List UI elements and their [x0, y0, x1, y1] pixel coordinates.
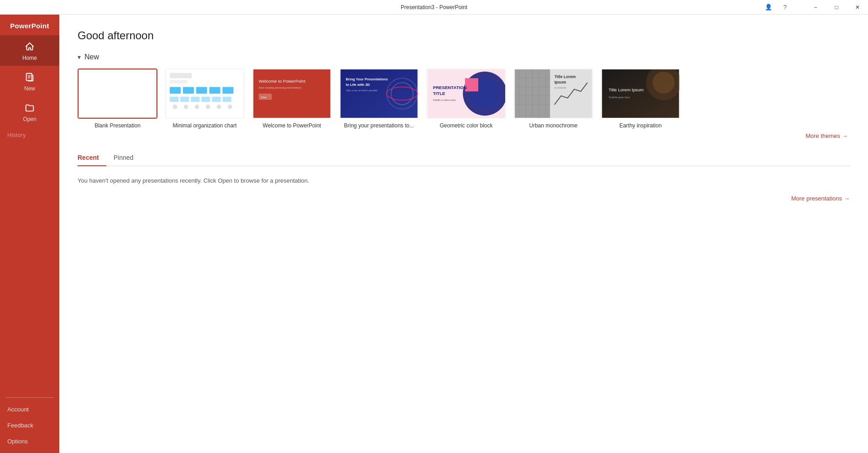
template-earthy[interactable]: Title Lorem Ipsum Subtitle goes here Ear…	[601, 68, 680, 129]
svg-rect-14	[223, 97, 231, 102]
welcome-svg: Welcome to PowerPoint Start creating ama…	[253, 69, 331, 118]
svg-point-16	[184, 105, 188, 109]
sidebar-divider	[5, 397, 54, 398]
bring-3d-label: Bring your presentations to...	[344, 122, 414, 129]
svg-rect-5	[183, 87, 194, 94]
geo-color-label: Geometric color block	[439, 122, 492, 129]
tab-recent[interactable]: Recent	[78, 150, 106, 166]
app-logo: PowerPoint	[0, 15, 59, 35]
title-bar: Presentation3 - PowerPoint 👤 ? − □ ✕	[0, 0, 868, 15]
svg-rect-36	[465, 78, 478, 91]
svg-rect-12	[201, 97, 210, 102]
more-presentations-label: More presentations	[791, 195, 842, 202]
blank-label: Blank Presentation	[94, 122, 141, 129]
template-org-chart[interactable]: Minimal organization chart	[165, 68, 245, 129]
svg-rect-6	[196, 87, 207, 94]
svg-text:Subtitle goes here: Subtitle goes here	[609, 96, 630, 99]
template-grid: Blank Presentation	[78, 68, 850, 129]
sidebar-open-label: Open	[23, 116, 36, 122]
new-section-header: ▾ New	[78, 53, 850, 61]
template-bring-3d[interactable]: Bring Your Presentations to Life with 3D…	[339, 68, 419, 129]
welcome-thumbnail: Welcome to PowerPoint Start creating ama…	[252, 68, 332, 119]
svg-point-18	[206, 105, 210, 109]
earthy-label: Earthy inspiration	[619, 122, 662, 129]
earthy-thumbnail: Title Lorem Ipsum Subtitle goes here	[601, 68, 680, 119]
urban-mono-svg: Title Lorem Ipsum at social.net	[514, 69, 592, 118]
geo-color-svg: PRESENTATION TITLE Subtitle or author na…	[427, 69, 505, 118]
svg-point-19	[217, 105, 221, 109]
template-blank[interactable]: Blank Presentation	[78, 68, 157, 129]
more-presentations-arrow-icon: →	[844, 195, 850, 202]
svg-text:Take a tour of what's possible: Take a tour of what's possible	[346, 89, 377, 92]
svg-rect-11	[191, 97, 199, 102]
svg-rect-8	[223, 87, 234, 94]
svg-rect-9	[170, 97, 178, 102]
svg-text:Ipsum: Ipsum	[554, 80, 566, 84]
svg-text:to Life with 3D: to Life with 3D	[346, 83, 370, 87]
sidebar-bottom: Account Feedback Options	[0, 401, 59, 453]
title-bar-text: Presentation3 - PowerPoint	[401, 4, 467, 11]
urban-mono-thumbnail: Title Lorem Ipsum at social.net	[513, 68, 593, 119]
more-themes-arrow-icon: →	[842, 132, 848, 139]
sidebar-home-label: Home	[22, 55, 37, 61]
svg-rect-2	[170, 73, 192, 79]
sidebar-item-open[interactable]: Open	[0, 96, 59, 127]
more-presentations-row: More presentations →	[78, 195, 850, 202]
tab-pinned[interactable]: Pinned	[106, 150, 141, 166]
title-bar-controls: − □ ✕	[805, 0, 868, 14]
svg-point-17	[195, 105, 199, 109]
main-content: Good afternoon ▾ New Blank Presentation	[59, 15, 868, 453]
template-urban-mono[interactable]: Title Lorem Ipsum at social.net Urban mo…	[513, 68, 593, 129]
title-bar-icons: 👤 ?	[762, 0, 795, 14]
svg-point-20	[228, 105, 232, 109]
svg-text:Title Lorem Ipsum: Title Lorem Ipsum	[609, 87, 644, 92]
collapse-new-button[interactable]: ▾	[78, 53, 81, 61]
sidebar: PowerPoint Home	[0, 15, 59, 453]
recent-tabs-row: Recent Pinned	[78, 150, 850, 166]
sidebar-item-account[interactable]: Account	[0, 401, 59, 417]
svg-text:at social.net: at social.net	[554, 87, 566, 89]
more-themes-link[interactable]: More themes →	[805, 132, 848, 139]
svg-point-56	[653, 72, 675, 94]
urban-mono-label: Urban monochrome	[529, 122, 577, 129]
user-icon[interactable]: 👤	[762, 1, 775, 14]
sidebar-new-label: New	[24, 85, 35, 92]
help-icon[interactable]: ?	[779, 1, 791, 14]
svg-text:Start: Start	[261, 96, 267, 99]
template-welcome[interactable]: Welcome to PowerPoint Start creating ama…	[252, 68, 332, 129]
org-chart-svg	[166, 69, 244, 118]
welcome-label: Welcome to PowerPoint	[263, 122, 321, 129]
new-icon	[25, 72, 35, 84]
org-chart-label: Minimal organization chart	[173, 122, 236, 129]
svg-rect-7	[209, 87, 220, 94]
sidebar-item-history: History	[0, 127, 59, 143]
svg-text:Welcome to PowerPoint: Welcome to PowerPoint	[259, 79, 306, 84]
sidebar-item-home[interactable]: Home	[0, 35, 59, 66]
more-themes-row: More themes →	[78, 132, 850, 139]
org-chart-thumbnail	[165, 68, 245, 119]
sidebar-nav: Home New Open	[0, 35, 59, 394]
svg-text:TITLE: TITLE	[433, 91, 445, 96]
app-body: PowerPoint Home	[0, 15, 868, 453]
more-presentations-link[interactable]: More presentations →	[791, 195, 850, 202]
svg-text:Title Lorem: Title Lorem	[554, 74, 576, 79]
earthy-svg: Title Lorem Ipsum Subtitle goes here	[601, 69, 680, 118]
svg-rect-3	[170, 80, 188, 84]
sidebar-item-options[interactable]: Options	[0, 433, 59, 449]
svg-rect-13	[212, 97, 220, 102]
svg-text:Bring Your Presentations: Bring Your Presentations	[346, 77, 388, 81]
maximize-button[interactable]: □	[826, 0, 847, 15]
svg-rect-10	[180, 97, 189, 102]
minimize-button[interactable]: −	[805, 0, 826, 15]
home-icon	[25, 42, 35, 53]
new-section-title: New	[84, 53, 99, 61]
close-button[interactable]: ✕	[847, 0, 868, 15]
bring-3d-thumbnail: Bring Your Presentations to Life with 3D…	[339, 68, 419, 119]
bring-3d-svg: Bring Your Presentations to Life with 3D…	[340, 69, 418, 118]
sidebar-item-feedback[interactable]: Feedback	[0, 417, 59, 433]
svg-rect-26	[340, 69, 418, 118]
sidebar-item-new[interactable]: New	[0, 66, 59, 96]
svg-text:Subtitle or author name: Subtitle or author name	[433, 99, 456, 101]
template-geo-color[interactable]: PRESENTATION TITLE Subtitle or author na…	[426, 68, 506, 129]
blank-thumbnail	[78, 68, 157, 119]
